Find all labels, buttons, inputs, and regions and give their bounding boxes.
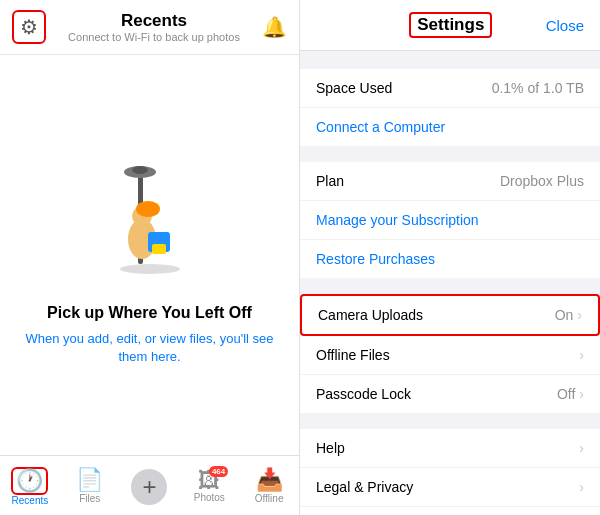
passcode-lock-chevron: ›	[579, 386, 584, 402]
offline-files-chevron: ›	[579, 347, 584, 363]
notification-bell-icon[interactable]: 🔔	[262, 15, 287, 39]
empty-state-title: Pick up Where You Left Off	[47, 304, 252, 322]
files-icon: 📄	[76, 469, 103, 491]
settings-row-restore-purchases[interactable]: Restore Purchases	[300, 240, 600, 278]
space-used-value: 0.1% of 1.0 TB	[492, 80, 584, 96]
left-panel: ⚙ Recents Connect to Wi-Fi to back up ph…	[0, 0, 300, 515]
nav-item-recents[interactable]: 🕐 Recents	[0, 467, 60, 506]
settings-row-passcode-lock[interactable]: Passcode Lock Off ›	[300, 375, 600, 413]
recents-subtitle: Connect to Wi-Fi to back up photos	[46, 31, 262, 43]
settings-section-storage: Space Used 0.1% of 1.0 TB Connect a Comp…	[300, 69, 600, 146]
settings-section-plan: Plan Dropbox Plus Manage your Subscripti…	[300, 162, 600, 278]
plan-label: Plan	[316, 173, 344, 189]
settings-row-camera-uploads[interactable]: Camera Uploads On ›	[300, 294, 600, 336]
settings-header: Settings Close	[300, 0, 600, 51]
legal-privacy-chevron: ›	[579, 479, 584, 495]
passcode-lock-value: Off ›	[557, 386, 584, 402]
recents-nav-label: Recents	[12, 495, 49, 506]
settings-section-features: Camera Uploads On › Offline Files › Pass…	[300, 294, 600, 413]
legal-privacy-label: Legal & Privacy	[316, 479, 413, 495]
gear-icon: ⚙	[20, 15, 38, 39]
nav-item-photos[interactable]: 🖼 464 Photos	[179, 470, 239, 503]
svg-point-5	[136, 201, 160, 217]
settings-title: Settings	[417, 15, 484, 34]
close-button[interactable]: Close	[546, 17, 584, 34]
settings-row-app-version: App Version 72.2.2	[300, 507, 600, 515]
nav-item-files[interactable]: 📄 Files	[60, 469, 120, 504]
camera-uploads-label: Camera Uploads	[318, 307, 423, 323]
offline-nav-label: Offline	[255, 493, 284, 504]
svg-point-2	[132, 166, 148, 174]
photos-nav-label: Photos	[194, 492, 225, 503]
settings-gear-button[interactable]: ⚙	[12, 10, 46, 44]
manage-subscription-label: Manage your Subscription	[316, 212, 479, 228]
camera-uploads-chevron: ›	[577, 307, 582, 323]
header-center: Recents Connect to Wi-Fi to back up phot…	[46, 11, 262, 43]
restore-purchases-label: Restore Purchases	[316, 251, 435, 267]
settings-row-help[interactable]: Help ›	[300, 429, 600, 468]
offline-files-label: Offline Files	[316, 347, 390, 363]
offline-files-value: ›	[579, 347, 584, 363]
empty-state-subtitle: When you add, edit, or view files, you'l…	[20, 330, 279, 366]
settings-row-offline-files[interactable]: Offline Files ›	[300, 336, 600, 375]
recents-title: Recents	[46, 11, 262, 31]
offline-icon: 📥	[256, 469, 283, 491]
settings-row-space-used: Space Used 0.1% of 1.0 TB	[300, 69, 600, 108]
nav-item-plus[interactable]: +	[120, 469, 180, 505]
space-used-label: Space Used	[316, 80, 392, 96]
connect-computer-label: Connect a Computer	[316, 119, 445, 135]
help-label: Help	[316, 440, 345, 456]
svg-point-8	[120, 264, 180, 274]
settings-content: Space Used 0.1% of 1.0 TB Connect a Comp…	[300, 51, 600, 515]
settings-title-wrap: Settings	[409, 12, 492, 38]
right-panel: Settings Close Space Used 0.1% of 1.0 TB…	[300, 0, 600, 515]
nav-item-offline[interactable]: 📥 Offline	[239, 469, 299, 504]
settings-section-info: Help › Legal & Privacy › App Version 72.…	[300, 429, 600, 515]
photos-badge: 464	[209, 466, 228, 477]
files-nav-label: Files	[79, 493, 100, 504]
svg-rect-7	[152, 244, 166, 254]
plan-value: Dropbox Plus	[500, 173, 584, 189]
settings-row-connect-computer[interactable]: Connect a Computer	[300, 108, 600, 146]
settings-row-legal-privacy[interactable]: Legal & Privacy ›	[300, 468, 600, 507]
camera-uploads-value: On ›	[555, 307, 582, 323]
left-header: ⚙ Recents Connect to Wi-Fi to back up ph…	[0, 0, 299, 55]
help-chevron-icon: ›	[579, 440, 584, 456]
bottom-navigation: 🕐 Recents 📄 Files + 🖼 464 Photos 📥 Offli…	[0, 455, 299, 515]
passcode-lock-label: Passcode Lock	[316, 386, 411, 402]
settings-row-manage-subscription[interactable]: Manage your Subscription	[300, 201, 600, 240]
legal-privacy-chevron-icon: ›	[579, 479, 584, 495]
recents-icon: 🕐	[16, 468, 43, 493]
left-content-area: Pick up Where You Left Off When you add,…	[0, 55, 299, 455]
settings-row-plan: Plan Dropbox Plus	[300, 162, 600, 201]
plus-button[interactable]: +	[131, 469, 167, 505]
illustration	[80, 144, 220, 284]
help-chevron: ›	[579, 440, 584, 456]
